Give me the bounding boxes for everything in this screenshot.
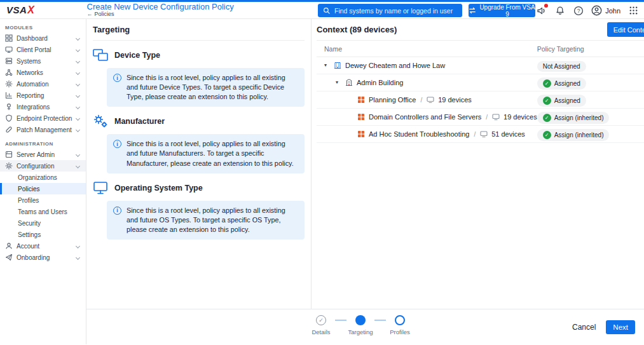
sidebar-item-patch-management[interactable]: Patch Management — [0, 124, 86, 135]
status-badge[interactable]: ✓ Assigned — [537, 95, 586, 107]
sidebar-item-endpoint-protection[interactable]: Endpoint Protection — [0, 112, 86, 124]
machine-group-icon — [357, 113, 365, 121]
page-title: Create New Device Configuration Policy — [87, 3, 234, 11]
sidebar-item-automation[interactable]: Automation — [0, 78, 86, 90]
sidebar-subitem-label: Settings — [18, 231, 41, 238]
sidebar-item-teams-and-users[interactable]: Teams and Users — [0, 206, 86, 217]
edit-context-button[interactable]: Edit Context — [607, 22, 644, 37]
sidebar-item-onboarding[interactable]: Onboarding — [0, 252, 86, 263]
targeting-panel: Targeting Device Type i Since this is a … — [86, 19, 312, 309]
bell-icon — [555, 6, 565, 16]
row-name: Domain Controllers and File Servers — [369, 113, 481, 121]
sidebar-item-organizations[interactable]: Organizations — [0, 172, 86, 183]
machine-group-icon — [357, 130, 365, 138]
apps-grid-icon — [629, 6, 638, 15]
user-avatar-icon — [591, 5, 602, 16]
sidebar-item-networks[interactable]: Networks — [0, 67, 86, 78]
wizard-step-profiles[interactable]: Profiles — [386, 315, 414, 335]
next-button[interactable]: Next — [606, 320, 635, 334]
sidebar-item-server-admin[interactable]: Server Admin — [0, 149, 86, 160]
table-row[interactable]: Planning Office / 19 devices ✓ Assigned — [317, 91, 644, 109]
status-badge[interactable]: ✓ Assign (inherited) — [537, 129, 610, 141]
expand-caret-icon[interactable]: ▾ — [324, 63, 330, 68]
chevron-down-icon — [76, 255, 80, 259]
step-connector-line — [374, 320, 386, 321]
status-label: Assign (inherited) — [554, 114, 604, 121]
dashboard-icon — [5, 34, 13, 42]
table-row[interactable]: Domain Controllers and File Servers / 19… — [317, 109, 644, 126]
top-bar-icons: ? John — [536, 2, 639, 19]
user-menu[interactable]: John — [591, 5, 620, 16]
sidebar-item-policies[interactable]: Policies — [0, 183, 86, 194]
manufacturer-info-box: i Since this is a root level, policy app… — [107, 134, 305, 173]
systems-icon — [5, 57, 13, 65]
device-count: 19 devices — [438, 96, 472, 104]
separator: / — [486, 114, 488, 121]
manufacturer-info-text: Since this is a root level, policy appli… — [127, 139, 298, 168]
sidebar-item-security[interactable]: Security — [0, 217, 86, 229]
wizard-step-details[interactable]: ✓ Details — [307, 315, 335, 335]
sidebar-item-label: Reporting — [17, 92, 72, 99]
sidebar-item-settings[interactable]: Settings — [0, 229, 86, 240]
chevron-down-icon — [76, 93, 80, 97]
sidebar-item-label: Onboarding — [17, 254, 72, 261]
table-row[interactable]: ▾ Admin Building ✓ Assigned — [317, 74, 644, 91]
machine-group-icon — [357, 96, 365, 104]
breadcrumb-back-link[interactable]: ← Policies — [87, 11, 234, 17]
device-type-section: Device Type i Since this is a root level… — [93, 48, 305, 107]
step-label: Details — [312, 328, 330, 335]
networks-icon — [5, 69, 13, 76]
status-badge[interactable]: Not Assigned — [537, 61, 586, 72]
question-circle-icon: ? — [573, 6, 584, 16]
automation-gear-icon — [5, 80, 13, 88]
assigned-check-icon: ✓ — [543, 97, 551, 105]
row-name: Planning Office — [369, 96, 416, 104]
info-icon: i — [113, 140, 121, 148]
context-panel-title: Context (89 devices) — [317, 25, 397, 34]
help-button[interactable]: ? — [573, 5, 584, 16]
expand-caret-icon[interactable]: ▾ — [336, 80, 341, 85]
status-label: Not Assigned — [543, 63, 580, 70]
step-active-circle — [355, 315, 366, 325]
assigned-check-icon: ✓ — [543, 131, 551, 139]
cancel-button[interactable]: Cancel — [572, 323, 596, 332]
wizard-footer: ✓ Details Targeting Profiles Cancel Next — [86, 309, 644, 344]
building-icon — [345, 79, 353, 86]
device-type-info-box: i Since this is a root level, policy app… — [107, 68, 305, 107]
table-row[interactable]: Ad Hoc Student Troubleshooting / 51 devi… — [317, 126, 644, 143]
chevron-down-icon — [76, 47, 80, 51]
sidebar-item-profiles[interactable]: Profiles — [0, 194, 86, 206]
app-launcher-button[interactable] — [628, 5, 639, 16]
status-badge[interactable]: ✓ Assign (inherited) — [537, 112, 610, 124]
sidebar-item-label: Server Admin — [17, 151, 72, 158]
search-input[interactable] — [334, 7, 457, 15]
chevron-down-icon — [76, 116, 80, 120]
os-type-info-box: i Since this is a root level, policy app… — [107, 201, 305, 240]
sidebar-item-systems[interactable]: Systems — [0, 55, 86, 67]
sidebar-item-integrations[interactable]: Integrations — [0, 101, 86, 112]
upgrade-button[interactable]: Upgrade From VSA 9 — [469, 4, 535, 17]
notifications-button[interactable] — [554, 5, 565, 16]
chevron-down-icon — [76, 152, 80, 156]
step-complete-check-icon: ✓ — [316, 315, 326, 325]
sidebar-item-label: Networks — [17, 69, 72, 76]
sidebar-item-account[interactable]: Account — [0, 240, 86, 252]
table-row[interactable]: ▾ Dewey Cheatem and Howe Law Not Assigne… — [317, 57, 644, 74]
vsa-logo[interactable]: VSA X — [6, 4, 35, 16]
status-badge[interactable]: ✓ Assigned — [537, 78, 586, 90]
separator: / — [474, 131, 476, 138]
sidebar-item-label: Configuration — [17, 163, 72, 170]
sidebar-item-configuration[interactable]: Configuration — [0, 160, 86, 172]
targeting-panel-title: Targeting — [93, 25, 130, 34]
upgrade-label: Upgrade From VSA 9 — [479, 4, 535, 18]
sidebar-item-label: Systems — [17, 58, 72, 65]
sidebar-item-label: Integrations — [17, 104, 72, 111]
announcements-button[interactable] — [536, 5, 547, 16]
patch-icon — [5, 126, 13, 133]
sidebar-item-dashboard[interactable]: Dashboard — [0, 32, 86, 44]
sidebar: MODULES Dashboard Client Portal Systems … — [0, 19, 86, 344]
sidebar-item-client-portal[interactable]: Client Portal — [0, 44, 86, 55]
top-bar: VSA X Create New Device Configuration Po… — [0, 2, 644, 19]
sidebar-item-reporting[interactable]: Reporting — [0, 90, 86, 101]
wizard-step-targeting[interactable]: Targeting — [346, 315, 374, 335]
